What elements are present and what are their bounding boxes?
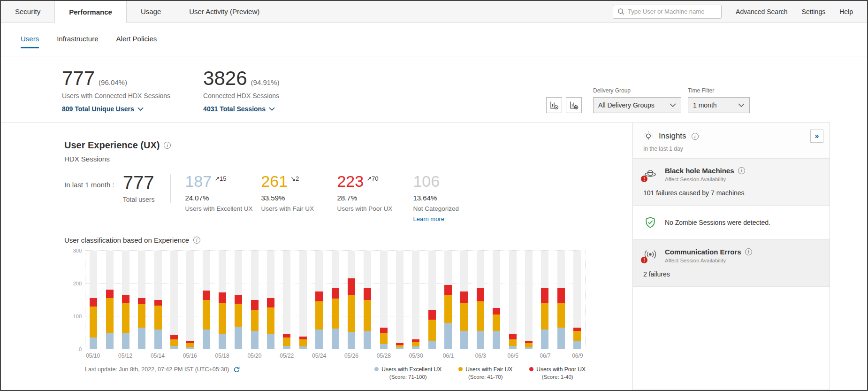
insight-card-zombie-sessions[interactable]: No Zombie Sessions were detected.: [633, 205, 830, 239]
tab-usage[interactable]: Usage: [127, 1, 175, 22]
topbar-right: Advanced Search Settings Help: [613, 1, 867, 22]
bar-segment: [477, 301, 484, 331]
search-input[interactable]: [628, 8, 717, 15]
info-icon[interactable]: i: [193, 237, 200, 244]
delivery-group-select[interactable]: All Delivery Groups: [593, 97, 681, 113]
total-sessions-link[interactable]: 4031 Total Sessions: [203, 105, 275, 113]
subtab-alert-policies[interactable]: Alert Policies: [116, 31, 157, 48]
bar-06/05[interactable]: [504, 251, 520, 349]
bar-segment: [154, 306, 162, 329]
bar-06/03[interactable]: [472, 251, 488, 349]
bar-05/14[interactable]: [150, 251, 166, 349]
bar-06/07[interactable]: [537, 251, 553, 349]
bar-05/28[interactable]: [375, 251, 391, 349]
bar-segment: [235, 327, 242, 349]
info-icon[interactable]: i: [738, 167, 745, 174]
bar-06/01[interactable]: [440, 251, 456, 349]
bar-05/19[interactable]: [230, 251, 246, 349]
bar-06/06[interactable]: [521, 251, 537, 349]
x-tick-label: 05/16: [182, 353, 198, 360]
bar-segment: [364, 300, 371, 331]
bar-segment: [299, 346, 307, 349]
advanced-search-link[interactable]: Advanced Search: [736, 8, 788, 15]
insights-header: Insights i In the last 1 day »: [633, 123, 830, 158]
bar-segment: [170, 346, 178, 349]
bar-segment: [428, 310, 436, 320]
settings-link[interactable]: Settings: [802, 8, 826, 15]
bar-06/08[interactable]: [553, 251, 569, 349]
bar-05/25[interactable]: [327, 251, 343, 349]
bar-05/31[interactable]: [424, 251, 440, 349]
bar-05/26[interactable]: [343, 251, 359, 349]
x-tick-label: 05/18: [214, 353, 230, 360]
fair-ux-caption: Users with Fair UX: [261, 205, 334, 213]
report-settings-button[interactable]: [566, 97, 582, 113]
export-report-button[interactable]: [546, 97, 562, 113]
legend-score-poor: (Score: 1-40): [529, 374, 586, 380]
poor-ux-percent: 28.7%: [337, 194, 410, 202]
bar-05/29[interactable]: [392, 251, 408, 349]
legend-fair-ux[interactable]: Users with Fair UX (Score: 41-70): [458, 366, 512, 380]
bar-05/30[interactable]: [408, 251, 424, 349]
bar-segment: [315, 330, 323, 349]
users-stat-block: 777 (96.04%) Users with Connected HDX Se…: [62, 69, 170, 113]
bar-05/22[interactable]: [279, 251, 295, 349]
expand-panel-button[interactable]: »: [810, 130, 823, 143]
tab-security[interactable]: Security: [1, 1, 54, 22]
subtab-infrastructure[interactable]: Infrastructure: [57, 31, 98, 48]
insight-card-black-hole-machines[interactable]: ! Black hole Machines i Affect Session A…: [633, 158, 830, 205]
sub-nav-bar: Users Infrastructure Alert Policies: [1, 23, 867, 56]
bar-05/17[interactable]: [198, 251, 214, 349]
refresh-icon[interactable]: [233, 366, 240, 373]
insight-card-title: Black hole Machines: [665, 167, 734, 175]
bar-05/20[interactable]: [247, 251, 263, 349]
bar-05/13[interactable]: [134, 251, 150, 349]
chart-footer: Last update: Jun 8th, 2022, 07:42 PM IST…: [85, 366, 586, 380]
learn-more-link[interactable]: Learn more: [413, 215, 444, 222]
bar-06/04[interactable]: [488, 251, 504, 349]
bar-segment: [267, 334, 274, 349]
legend-poor-ux[interactable]: Users with Poor UX (Score: 1-40): [529, 366, 586, 380]
total-unique-users-link[interactable]: 809 Total Unique Users: [62, 105, 144, 113]
legend-excellent-ux[interactable]: Users with Excellent UX (Score: 71-100): [374, 366, 442, 380]
bar-06/09[interactable]: [569, 251, 585, 349]
tab-performance[interactable]: Performance: [54, 1, 127, 23]
search-box[interactable]: [613, 5, 722, 19]
tab-user-activity[interactable]: User Activity (Preview): [175, 1, 274, 22]
info-icon[interactable]: i: [692, 133, 699, 140]
bar-segment: [138, 304, 145, 328]
sessions-percent: (94.91%): [251, 78, 280, 86]
time-filter-select[interactable]: 1 month: [688, 97, 750, 113]
bar-segment: [573, 341, 581, 349]
bar-segment: [122, 295, 129, 303]
bar-05/27[interactable]: [359, 251, 375, 349]
insight-card-communication-errors[interactable]: ! Communication Errors i Affect Session …: [633, 239, 830, 287]
bar-05/12[interactable]: [118, 251, 134, 349]
x-tick-label: [521, 353, 537, 360]
insights-period: In the last 1 day: [643, 146, 822, 152]
help-link[interactable]: Help: [839, 8, 853, 15]
bar-06/02[interactable]: [456, 251, 472, 349]
bar-segment: [90, 337, 97, 349]
bar-05/24[interactable]: [311, 251, 327, 349]
bar-05/23[interactable]: [295, 251, 311, 349]
bar-05/10[interactable]: [85, 251, 101, 349]
bar-05/15[interactable]: [166, 251, 182, 349]
info-icon[interactable]: i: [164, 142, 171, 149]
info-icon[interactable]: i: [745, 248, 752, 255]
fair-ux-value: 261: [261, 173, 288, 189]
x-tick-label: [295, 353, 311, 360]
bar-segment: [541, 330, 548, 349]
tab-user-activity-label: User Activity (Preview): [189, 8, 259, 15]
summary-stats-row: 777 (96.04%) Users with Connected HDX Se…: [1, 56, 867, 123]
metric-poor-ux: 223 ↗70 28.7% Users with Poor UX: [337, 173, 413, 213]
metric-not-categorized: 106 13.64% Not Categorized Learn more: [413, 173, 489, 223]
bar-segment: [493, 331, 500, 349]
bar-05/21[interactable]: [263, 251, 279, 349]
lightbulb-icon: [643, 131, 654, 141]
bar-05/18[interactable]: [214, 251, 230, 349]
bar-segment: [509, 346, 517, 349]
bar-05/11[interactable]: [101, 251, 117, 349]
bar-05/16[interactable]: [182, 251, 198, 349]
subtab-users[interactable]: Users: [21, 31, 39, 48]
